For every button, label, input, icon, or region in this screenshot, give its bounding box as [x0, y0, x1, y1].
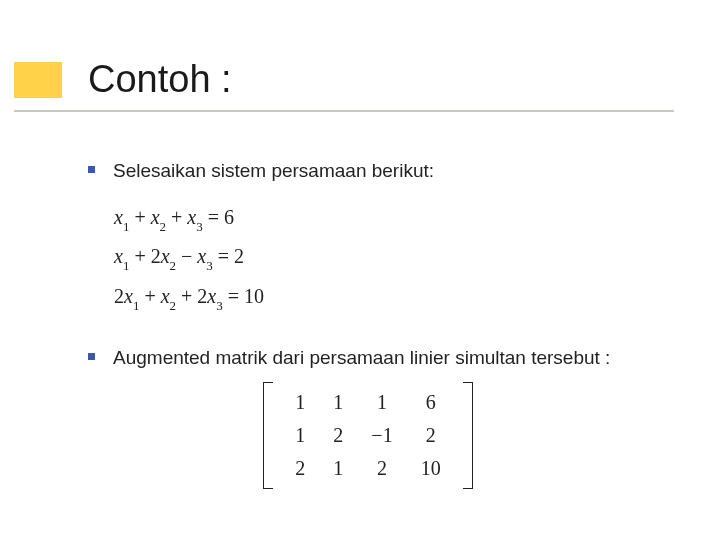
equation-3: 2x1 + x2 + 2x3 = 10: [114, 277, 688, 317]
rhs: = 2: [213, 245, 244, 267]
matrix-cell: 1: [319, 386, 357, 419]
accent-block: [14, 62, 62, 98]
matrix-cell: 2: [319, 419, 357, 452]
sub: 2: [170, 298, 177, 313]
title-underline: [14, 110, 674, 112]
bullet-icon: [88, 166, 95, 173]
matrix-cell: 10: [407, 452, 455, 485]
slide-content: Selesaikan sistem persamaan berikut: x1 …: [88, 158, 688, 489]
matrix-cell: 6: [407, 386, 455, 419]
matrix-cell: 1: [281, 386, 319, 419]
equation-system: x1 + x2 + x3 = 6 x1 + 2x2 − x3 = 2 2x1 +…: [114, 198, 688, 317]
bullet-text-1: Selesaikan sistem persamaan berikut:: [113, 158, 434, 184]
bullet-text-2: Augmented matrik dari persamaan linier s…: [113, 345, 610, 371]
equation-1: x1 + x2 + x3 = 6: [114, 198, 688, 238]
matrix: 1 1 1 6 1 2 −1 2 2 1 2 10: [263, 382, 472, 489]
op: +: [129, 206, 150, 228]
sub: 3: [206, 258, 213, 273]
matrix-cell: 2: [407, 419, 455, 452]
op: + 2: [129, 245, 160, 267]
sub: 2: [160, 219, 167, 234]
bracket-right-icon: [463, 382, 473, 489]
augmented-matrix: 1 1 1 6 1 2 −1 2 2 1 2 10: [48, 382, 688, 489]
bullet-icon: [88, 353, 95, 360]
rhs: = 6: [203, 206, 234, 228]
matrix-cell: 1: [357, 386, 406, 419]
matrix-row: 2 1 2 10: [281, 452, 454, 485]
sub: 3: [216, 298, 223, 313]
rhs: = 10: [223, 285, 264, 307]
op: −: [176, 245, 197, 267]
matrix-row: 1 2 −1 2: [281, 419, 454, 452]
var: x: [114, 245, 123, 267]
matrix-cell: 1: [319, 452, 357, 485]
sub: 1: [123, 219, 130, 234]
var: x: [197, 245, 206, 267]
matrix-row: 1 1 1 6: [281, 386, 454, 419]
matrix-cell: −1: [357, 419, 406, 452]
bullet-item-2: Augmented matrik dari persamaan linier s…: [88, 345, 688, 371]
var: x: [151, 206, 160, 228]
var: x: [124, 285, 133, 307]
op: +: [166, 206, 187, 228]
matrix-cell: 2: [357, 452, 406, 485]
op: +: [139, 285, 160, 307]
sub: 3: [196, 219, 203, 234]
sub: 1: [133, 298, 140, 313]
bracket-left-icon: [263, 382, 273, 489]
bullet-item-1: Selesaikan sistem persamaan berikut:: [88, 158, 688, 184]
sub: 2: [170, 258, 177, 273]
var: x: [161, 285, 170, 307]
equation-2: x1 + 2x2 − x3 = 2: [114, 237, 688, 277]
slide-title: Contoh :: [88, 58, 232, 101]
var: x: [207, 285, 216, 307]
coef: 2: [114, 285, 124, 307]
var: x: [187, 206, 196, 228]
matrix-table: 1 1 1 6 1 2 −1 2 2 1 2 10: [281, 386, 454, 485]
var: x: [114, 206, 123, 228]
matrix-cell: 1: [281, 419, 319, 452]
matrix-cell: 2: [281, 452, 319, 485]
var: x: [161, 245, 170, 267]
op: + 2: [176, 285, 207, 307]
sub: 1: [123, 258, 130, 273]
